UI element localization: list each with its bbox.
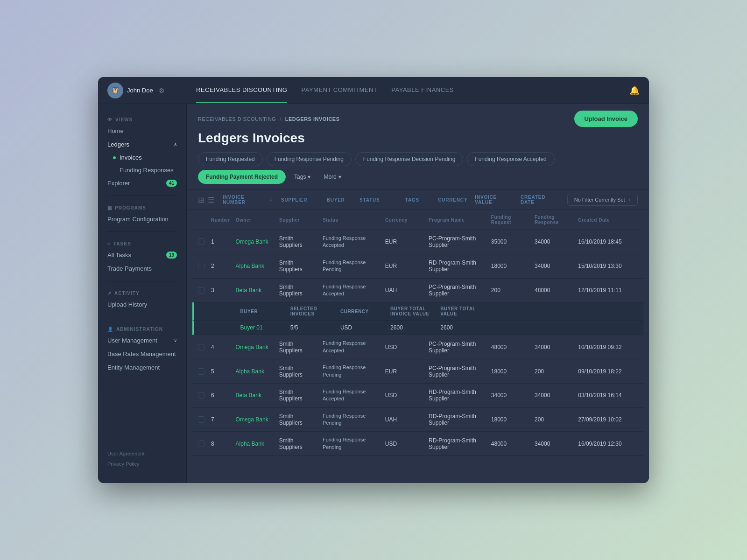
cell-program-7: RD-Program-Smith Supplier [426, 413, 488, 426]
row-checkbox-1[interactable] [198, 238, 204, 245]
plus-icon: + [628, 197, 631, 203]
row-checkbox-7[interactable] [198, 416, 204, 423]
gear-icon[interactable]: ⚙ [159, 87, 165, 94]
cell-frsp-8: 34000 [532, 441, 575, 447]
explorer-badge: 41 [166, 180, 177, 187]
filter-tab-decision-pending[interactable]: Funding Response Decision Pending [355, 152, 463, 166]
cell-program-6: RD-Program-Smith Supplier [426, 389, 488, 402]
views-section-label: 👁 Views [98, 113, 186, 124]
th-funding-response: Funding Response [532, 215, 575, 225]
cell-owner-1[interactable]: Omega Bank [233, 238, 276, 245]
row-checkbox-6[interactable] [198, 392, 204, 399]
sidebar-item-trade-payments[interactable]: Trade Payments [98, 262, 186, 275]
cell-num-3: 3 [208, 287, 233, 294]
cell-program-4: PC-Program-Smith Supplier [426, 341, 488, 354]
sidebar-item-base-rates[interactable]: Base Rates Management [98, 347, 186, 361]
col-header-invoice-value[interactable]: Invoice Value [471, 195, 517, 205]
tasks-section-label: ≡ Tasks [98, 238, 186, 248]
sidebar-item-entity-management[interactable]: Entity Management [98, 361, 186, 374]
cell-program-8: RD-Program-Smith Supplier [426, 437, 488, 450]
cell-program-2: RD-Program-Smith Supplier [426, 259, 488, 273]
cell-status-8: Funding Response Pending [320, 436, 382, 451]
sidebar-item-ledgers[interactable]: Ledgers ∧ [98, 138, 186, 151]
cell-owner-6[interactable]: Beta Bank [233, 392, 276, 399]
sidebar-item-upload-history[interactable]: Upload History [98, 298, 186, 311]
upload-invoice-button[interactable]: Upload Invoice [574, 111, 638, 127]
cell-owner-7[interactable]: Omega Bank [233, 416, 276, 423]
admin-icon: 👤 [107, 327, 113, 332]
page-title: Ledgers Invoices [187, 127, 649, 152]
filter-tab-payment-rejected[interactable]: Funding Payment Rejected [198, 170, 286, 184]
cell-fr-7: 18000 [488, 416, 532, 423]
bth-buyer: Buyer [238, 309, 288, 314]
buyer-summary-header: Buyer Selected Invoices Currency Buyer T… [192, 302, 643, 321]
divider-1 [107, 196, 177, 196]
col-header-tags[interactable]: Tags [402, 197, 434, 203]
sidebar-item-explorer[interactable]: Explorer 41 [98, 176, 186, 190]
cell-owner-5[interactable]: Alpha Bank [233, 368, 276, 375]
btd-buyer-name[interactable]: Buyer 01 [238, 324, 288, 331]
nav-tabs: Receivables Discounting Payment Commitme… [196, 78, 616, 103]
sidebar-item-home[interactable]: Home [98, 124, 186, 138]
cell-num-5: 5 [208, 368, 233, 375]
list-icon[interactable]: ☰ [208, 196, 214, 204]
user-agreement-link[interactable]: User Agreement [98, 448, 186, 459]
cell-num-4: 4 [208, 344, 233, 350]
col-header-invoice-number[interactable]: Invoice Number ▲ [219, 195, 277, 205]
cell-owner-3[interactable]: Beta Bank [233, 287, 276, 294]
col-header-created-date[interactable]: Created Date [517, 195, 563, 205]
toolbar-icons: ⊞ ☰ [198, 196, 214, 204]
filter-tab-response-pending[interactable]: Funding Response Pending [267, 152, 352, 166]
sidebar-item-program-configuration[interactable]: Program Configuration [98, 212, 186, 226]
privacy-policy-link[interactable]: Privacy Policy [98, 459, 186, 469]
sidebar-item-user-management[interactable]: User Management ∨ [98, 334, 186, 347]
breadcrumb-parent[interactable]: Receivables Discounting [198, 116, 276, 122]
table-row: 4 Omega Bank Smith Suppliers Funding Res… [192, 335, 643, 359]
col-header-status[interactable]: Status [356, 197, 402, 203]
row-checkbox-3[interactable] [198, 287, 204, 294]
row-checkbox-8[interactable] [198, 441, 204, 447]
cell-date-3: 12/10/2019 11:11 [575, 287, 638, 294]
cell-num-8: 8 [208, 441, 233, 447]
nav-right: 🔔 [616, 85, 640, 96]
th-currency: Currency [382, 217, 426, 223]
bth-selected: Selected Invoices [288, 306, 338, 316]
col-header-buyer[interactable]: Buyer [323, 197, 356, 203]
cell-owner-8[interactable]: Alpha Bank [233, 441, 276, 447]
activity-icon: ↗ [107, 291, 112, 296]
divider-4 [107, 317, 177, 317]
more-filter-button[interactable]: More ▾ [319, 170, 345, 183]
tags-filter-button[interactable]: Tags ▾ [289, 170, 315, 183]
no-filter-button[interactable]: No Filter Currently Set + [567, 194, 638, 206]
sidebar-item-funding-responses[interactable]: Funding Responses [98, 164, 186, 176]
col-header-supplier[interactable]: Supplier [277, 197, 323, 203]
tab-receivables-discounting[interactable]: Receivables Discounting [196, 78, 287, 103]
row-checkbox-5[interactable] [198, 368, 204, 375]
avatar: 🦉 [107, 83, 123, 98]
tab-payable-finances[interactable]: Payable Finances [391, 78, 454, 103]
cell-fr-6: 34000 [488, 392, 532, 399]
row-checkbox-2[interactable] [198, 263, 204, 269]
row-checkbox-4[interactable] [198, 344, 204, 350]
filter-tab-funding-requested[interactable]: Funding Requested [198, 152, 263, 166]
table-header-row: Number Owner Supplier Status Currency Pr… [192, 210, 643, 230]
cell-date-5: 09/10/2019 18:22 [575, 368, 638, 375]
sidebar-item-invoices[interactable]: Invoices [98, 151, 186, 164]
cell-owner-2[interactable]: Alpha Bank [233, 263, 276, 269]
cell-fr-2: 18000 [488, 263, 532, 269]
grid-icon[interactable]: ⊞ [198, 196, 204, 204]
bth-currency: Currency [338, 309, 388, 314]
cell-currency-7: UAH [382, 416, 426, 423]
col-header-currency[interactable]: Currency [434, 197, 471, 203]
cell-owner-4[interactable]: Omega Bank [233, 344, 276, 350]
tab-payment-commitment[interactable]: Payment Commitment [301, 78, 377, 103]
top-nav: 🦉 John Doe ⚙ Receivables Discounting Pay… [98, 77, 649, 104]
sidebar-item-all-tasks[interactable]: All Tasks 19 [98, 248, 186, 262]
cell-date-6: 03/10/2019 16:14 [575, 392, 638, 399]
bell-icon[interactable]: 🔔 [629, 85, 640, 96]
cell-currency-5: EUR [382, 368, 426, 375]
filter-tab-response-accepted[interactable]: Funding Response Accepted [467, 152, 554, 166]
content-area: Receivables Discounting / Ledgers Invoic… [187, 104, 649, 483]
table-row: 7 Omega Bank Smith Suppliers Funding Res… [192, 408, 643, 432]
breadcrumb-current: Ledgers Invoices [285, 116, 340, 122]
